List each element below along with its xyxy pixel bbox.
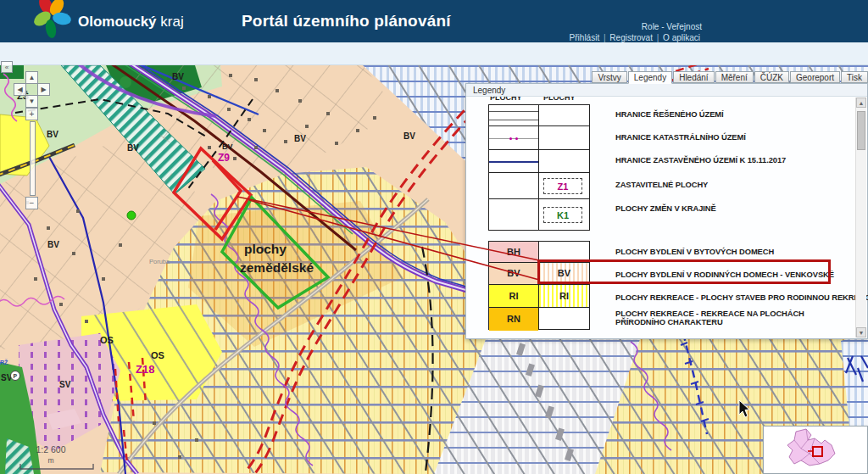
scale-unit: m [47,456,53,465]
register-link[interactable]: Registrovat [609,33,653,42]
map-label-os: OS [100,335,114,345]
zoom-out-button[interactable]: − [25,197,38,209]
tab-vrstvy[interactable]: Vrstvy [592,71,626,83]
scroll-up-icon[interactable]: ▲ [856,98,866,108]
pan-down-button[interactable]: ▼ [25,95,38,108]
legend-row: K1 [489,199,589,231]
legend-desc: HRANICE ŘEŠENÉHO ÚZEMÍ [615,109,868,119]
scroll-down-icon[interactable]: ▼ [856,327,866,337]
legend-row-rn: RN [489,308,589,331]
olomoucky-kraj-logo [25,0,76,42]
about-link[interactable]: O aplikaci [663,33,700,42]
z1-symbol: Z1 [543,178,582,194]
bv-color-cell: BV [489,263,538,284]
header-substrip [0,42,868,65]
map-label-plochy: plochy [244,242,287,256]
scale-text: 1:2 600 [36,444,65,454]
map-label-z18: Z18 [136,363,154,376]
brand-name: Olomoucký kraj [78,14,184,31]
legend-line-table: Z1 K1 [488,104,590,231]
double-line-symbol [489,111,538,112]
page-title: Portál územního plánování [242,12,453,31]
login-link[interactable]: Přihlásit [570,33,600,42]
legend-panel: Legendy PLOCHY PLOCHY Z1 K1 [465,83,868,339]
map-label-sv: SV [59,380,71,389]
app-window: ZŠ BV BV BV BV BV BV BV Z9 plochy zemědě… [0,0,868,474]
map-label-bv: BV [294,134,306,143]
legend-row: Z1 [489,173,589,199]
bh-color-cell: BH [489,242,538,262]
overview-minimap[interactable] [763,426,868,474]
legend-col-header-1: PLOCHY [490,97,537,103]
tab-tisk[interactable]: Tisk [841,71,868,83]
legend-desc: PLOCHY REKREACE - PLOCHY STAVEB PRO RODI… [615,293,868,302]
map-label-bv: BV [127,143,139,153]
pan-right-button[interactable]: ▶ [37,83,50,96]
legend-desc: PLOCHY BYDLENÍ V BYTOVÝCH DOMECH [615,247,868,256]
scrollbar-thumb[interactable] [857,111,865,150]
tab-hledani[interactable]: Hledání [673,71,714,83]
legend-row-ri: RI RI [489,285,589,308]
legend-col-header-2: PLOCHY [543,97,582,103]
map-label-bv: BV [47,130,58,139]
tab-mereni[interactable]: Měření [715,71,754,83]
map-label-z9: Z9 [218,152,230,164]
map-label-os: OS [151,350,164,360]
rn-color-cell: RN [489,308,538,331]
legend-area-table: BH BV BV RI RI RN [488,241,590,330]
map-label-zemedelske: zemědělské [240,260,314,275]
legend-desc: PLOCHY REKREACE - REKREACE NA PLOCHÁCH P… [615,309,832,326]
green-dot-marker [127,211,136,220]
tab-legendy[interactable]: Legendy [628,71,672,84]
header-links: Přihlásit | Registrovat | O aplikaci [568,33,702,42]
bv-row-highlight-box [537,259,831,284]
tab-cuzk[interactable]: ČÚZK [754,71,789,83]
map-toolbar-tabs: Vrstvy Legendy Hledání Měření ČÚZK Geore… [592,71,868,84]
map-label-bv: BV [47,240,59,249]
legend-scrollbar[interactable]: ▲ ▼ [855,98,866,337]
link-separator: | [604,33,606,42]
zoom-in-button[interactable]: + [25,108,38,120]
legend-row [489,150,589,173]
ri-striped-cell: RI [539,285,589,307]
builtup-line-symbol [489,161,538,163]
link-separator: | [657,33,659,42]
legend-row [489,105,589,126]
legend-desc: HRANICE KATASTRÁLNÍHO ÚZEMÍ [615,132,868,142]
pan-left-button[interactable]: ◀ [14,83,26,96]
map-label-poruba: Poruba [149,258,170,265]
zoom-slider[interactable] [30,121,36,196]
collapse-panel-button[interactable]: « [1,61,13,73]
legend-panel-title: Legendy [466,84,867,97]
app-header: Olomoucký kraj Portál územního plánování… [0,0,868,42]
minimap-region [764,427,867,473]
ri-color-cell: RI [489,285,538,307]
legend-desc: HRANICE ZASTAVĚNÉHO ÚZEMÍ K 15.11.2017 [615,155,868,165]
map-label-bv: BV [403,131,415,141]
pan-up-button[interactable]: ▲ [25,71,38,84]
legend-desc: ZASTAVITELNÉ PLOCHY [615,180,868,189]
parking-icon-letter: P [14,373,18,379]
k1-symbol: K1 [543,207,582,223]
role-label: Role - Veřejnost [642,22,702,31]
tab-georeport[interactable]: Georeport [790,71,840,83]
legend-row [489,126,589,150]
cadastre-line-symbol [489,138,538,139]
map-label-rz: RŽ [0,359,8,365]
map-label-bv: BV [222,142,233,151]
legend-desc: PLOCHY ZMĚN V KRAJINĚ [615,204,868,213]
map-label-bv: BV [172,72,184,81]
